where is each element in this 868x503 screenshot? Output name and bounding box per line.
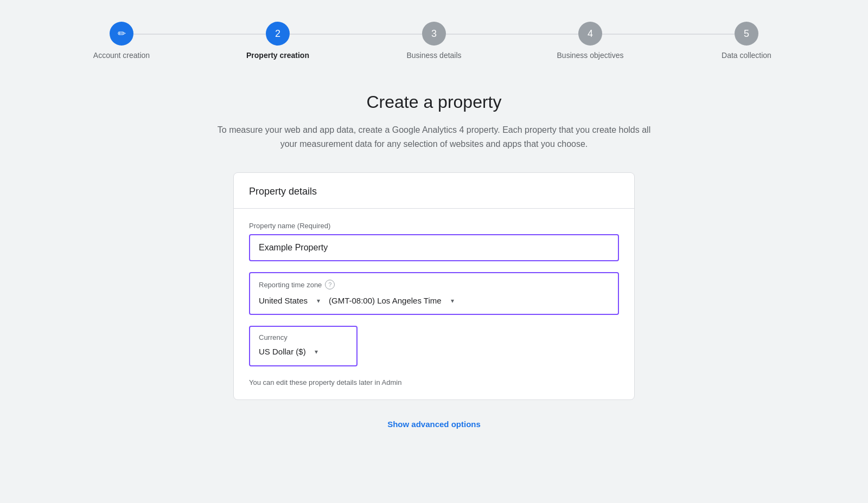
step-label-3: Business details — [406, 51, 461, 60]
step-number-5: 5 — [744, 28, 749, 40]
step-number-3: 3 — [431, 28, 437, 40]
step-label-1: Account creation — [93, 51, 150, 60]
page-wrapper: ✏ Account creation 2 Property creation 3… — [0, 0, 868, 450]
card-header: Property details — [234, 173, 634, 209]
reporting-timezone-label: Reporting time zone ? — [259, 280, 609, 289]
property-details-card: Property details Property name (Required… — [233, 172, 635, 400]
reporting-timezone-group: Reporting time zone ? United States ▾ — [249, 272, 619, 315]
timezone-select[interactable]: (GMT-08:00) Los Angeles Time — [329, 296, 454, 305]
help-icon[interactable]: ? — [325, 280, 335, 289]
currency-label: Currency — [259, 333, 348, 341]
property-name-label: Property name (Required) — [249, 222, 619, 230]
step-property-creation[interactable]: 2 Property creation — [200, 22, 356, 60]
card-body: Property name (Required) Reporting time … — [234, 209, 634, 399]
step-business-details: 3 Business details — [356, 22, 512, 60]
step-circle-4: 4 — [578, 22, 602, 46]
page-description: To measure your web and app data, create… — [212, 123, 656, 151]
edit-hint: You can edit these property details late… — [249, 378, 619, 386]
step-number-2: 2 — [275, 28, 280, 40]
step-data-collection: 5 Data collection — [668, 22, 825, 60]
stepper: ✏ Account creation 2 Property creation 3… — [43, 22, 825, 60]
step-circle-3: 3 — [422, 22, 446, 46]
step-label-4: Business objectives — [557, 51, 624, 60]
timezone-select-wrapper: (GMT-08:00) Los Angeles Time ▾ — [329, 296, 454, 305]
timezone-selects: United States ▾ (GMT-08:00) Los Angeles … — [259, 296, 609, 305]
step-label-5: Data collection — [722, 51, 771, 60]
main-content: Create a property To measure your web an… — [43, 92, 825, 429]
card-header-title: Property details — [249, 186, 619, 197]
step-circle-5: 5 — [735, 22, 758, 46]
step-circle-2: 2 — [266, 22, 290, 46]
step-circle-1: ✏ — [110, 22, 133, 46]
currency-select[interactable]: US Dollar ($) — [259, 347, 318, 356]
step-number-4: 4 — [588, 28, 593, 40]
page-title: Create a property — [366, 92, 501, 112]
step-account-creation[interactable]: ✏ Account creation — [43, 22, 200, 60]
step-label-2: Property creation — [246, 51, 309, 60]
show-advanced-options-link[interactable]: Show advanced options — [387, 420, 481, 429]
currency-group: Currency US Dollar ($) ▾ — [249, 326, 358, 366]
timezone-label-text: Reporting time zone — [259, 281, 322, 289]
pencil-icon: ✏ — [118, 28, 126, 40]
country-select-wrapper: United States ▾ — [259, 296, 320, 305]
currency-select-wrapper: US Dollar ($) ▾ — [259, 347, 318, 356]
country-select[interactable]: United States — [259, 296, 320, 305]
property-name-input[interactable] — [249, 234, 619, 261]
step-business-objectives: 4 Business objectives — [512, 22, 668, 60]
